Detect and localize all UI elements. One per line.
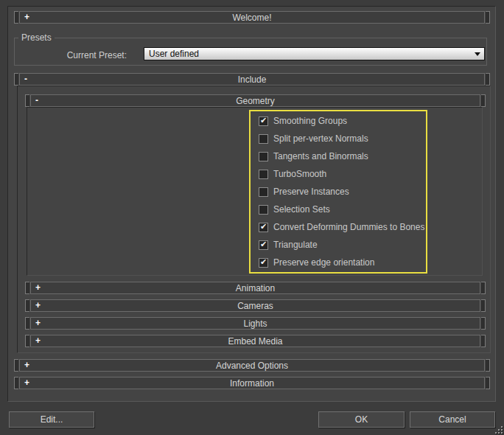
current-preset-select[interactable]: User defined — [144, 47, 485, 60]
geometry-option-row: Selection Sets — [259, 203, 330, 215]
selection-sets-checkbox[interactable] — [259, 205, 268, 215]
current-preset-label: Current Preset: — [15, 50, 127, 60]
expand-icon: + — [35, 318, 41, 329]
rollup-bracket-right — [481, 317, 486, 330]
presets-group: Presets Current Preset: User defined — [14, 38, 487, 66]
geometry-option-row: Preserve edge orientation — [259, 257, 374, 268]
geometry-option-row: Triangulate — [259, 239, 318, 251]
presets-group-label: Presets — [18, 32, 55, 43]
rollup-bracket-right — [486, 377, 490, 389]
rollup-bracket-left — [14, 377, 18, 389]
preserve-edge-orientation-checkbox[interactable] — [259, 258, 268, 268]
edit-button[interactable]: Edit... — [9, 411, 94, 428]
rollup-bracket-right — [486, 11, 490, 24]
rollup-header-bar: + Advanced Options — [19, 359, 485, 372]
rollup-header-bar: + Welcome! — [19, 11, 485, 24]
ok-button[interactable]: OK — [318, 411, 405, 428]
geometry-option-row: Preserve Instances — [259, 186, 349, 198]
geometry-option-row: Convert Deforming Dummies to Bones — [259, 221, 424, 233]
rollup-bracket-right — [481, 94, 486, 107]
rollup-animation[interactable]: + Animation — [25, 282, 486, 294]
collapse-icon: - — [24, 74, 27, 85]
rollup-bracket-right — [481, 299, 486, 312]
edit-button-label: Edit... — [41, 414, 63, 425]
geometry-option-row: Split per-vertex Normals — [259, 133, 368, 145]
ok-button-label: OK — [355, 414, 368, 425]
rollup-header-bar: + Lights — [30, 317, 480, 330]
expand-icon: + — [35, 282, 41, 293]
geometry-option-row: TurboSmooth — [259, 168, 326, 180]
convert-deforming-dummies-checkbox[interactable] — [259, 223, 268, 232]
expand-icon: + — [24, 12, 29, 23]
checkbox-label: Selection Sets — [273, 204, 330, 215]
rollup-bracket-left — [25, 317, 29, 330]
tangents-and-binormals-checkbox[interactable] — [259, 152, 268, 161]
rollup-title: Welcome! — [232, 13, 271, 23]
checkbox-label: Smoothing Groups — [273, 116, 347, 126]
checkbox-label: Convert Deforming Dummies to Bones — [273, 222, 424, 232]
rollup-title: Include — [238, 74, 267, 85]
rollup-bracket-left — [14, 73, 18, 86]
preserve-instances-checkbox[interactable] — [259, 187, 268, 197]
rollup-title: Advanced Options — [216, 361, 288, 371]
expand-icon: + — [24, 377, 29, 389]
rollup-advanced-options[interactable]: + Advanced Options — [14, 359, 490, 372]
rollup-lights[interactable]: + Lights — [25, 317, 486, 330]
expand-icon: + — [35, 335, 41, 347]
expand-icon: + — [24, 360, 29, 371]
rollup-bracket-left — [25, 94, 29, 107]
checkbox-label: Preserve Instances — [273, 187, 349, 197]
rollup-bracket-left — [14, 11, 18, 24]
cancel-button-label: Cancel — [438, 414, 466, 425]
current-preset-value: User defined — [149, 49, 199, 59]
rollup-title: Information — [230, 378, 274, 389]
rollup-bracket-left — [25, 282, 29, 294]
include-content: - Geometry Smoothing Groups Split per-ve… — [17, 86, 491, 353]
geometry-content: Smoothing Groups Split per-vertex Normal… — [27, 107, 483, 276]
rollup-title: Animation — [236, 283, 275, 293]
resize-grip[interactable] — [494, 425, 503, 434]
rollup-title: Cameras — [237, 301, 273, 311]
rollup-bracket-right — [486, 359, 490, 372]
checkbox-label: Preserve edge orientation — [273, 257, 374, 268]
geometry-option-row: Smoothing Groups — [259, 115, 347, 127]
rollup-header-bar: - Geometry — [30, 94, 480, 107]
rollup-header-bar: + Embed Media — [30, 335, 480, 347]
rollup-header-bar: - Include — [19, 73, 485, 86]
geometry-option-row: Tangents and Binormals — [259, 150, 368, 162]
rollup-bracket-left — [14, 359, 18, 372]
rollup-bracket-left — [25, 335, 29, 347]
triangulate-checkbox[interactable] — [259, 240, 268, 250]
rollup-title: Geometry — [236, 96, 275, 106]
rollup-cameras[interactable]: + Cameras — [25, 299, 486, 312]
smoothing-groups-checkbox[interactable] — [259, 116, 268, 126]
checkbox-label: Triangulate — [273, 240, 318, 250]
rollup-header-bar: + Information — [19, 377, 485, 389]
fbx-export-dialog: { "presets": { "group_label": "Presets",… — [0, 0, 504, 435]
chevron-down-icon — [475, 52, 480, 56]
rollup-bracket-right — [481, 282, 486, 294]
rollup-title: Lights — [243, 319, 267, 329]
rollup-bracket-right — [481, 335, 486, 347]
collapse-icon: - — [35, 95, 38, 106]
rollup-bracket-right — [486, 73, 490, 86]
rollup-header-bar: + Animation — [30, 282, 480, 294]
rollup-header-bar: + Cameras — [30, 299, 480, 312]
rollup-geometry[interactable]: - Geometry — [25, 94, 486, 107]
rollup-welcome[interactable]: + Welcome! — [14, 11, 490, 24]
checkbox-label: Split per-vertex Normals — [273, 133, 368, 144]
split-per-vertex-normals-checkbox[interactable] — [259, 134, 268, 144]
cancel-button[interactable]: Cancel — [410, 411, 495, 428]
dialog-panel: + Welcome! Presets Current Preset: User … — [7, 6, 496, 402]
checkbox-label: Tangents and Binormals — [273, 151, 368, 161]
checkbox-label: TurboSmooth — [273, 169, 326, 179]
rollup-embed-media[interactable]: + Embed Media — [25, 335, 486, 347]
rollup-title: Embed Media — [228, 336, 282, 347]
expand-icon: + — [35, 300, 41, 311]
rollup-bracket-left — [25, 299, 29, 312]
rollup-information[interactable]: + Information — [14, 377, 490, 389]
turbosmooth-checkbox[interactable] — [259, 170, 268, 179]
rollup-include[interactable]: - Include — [14, 73, 490, 86]
